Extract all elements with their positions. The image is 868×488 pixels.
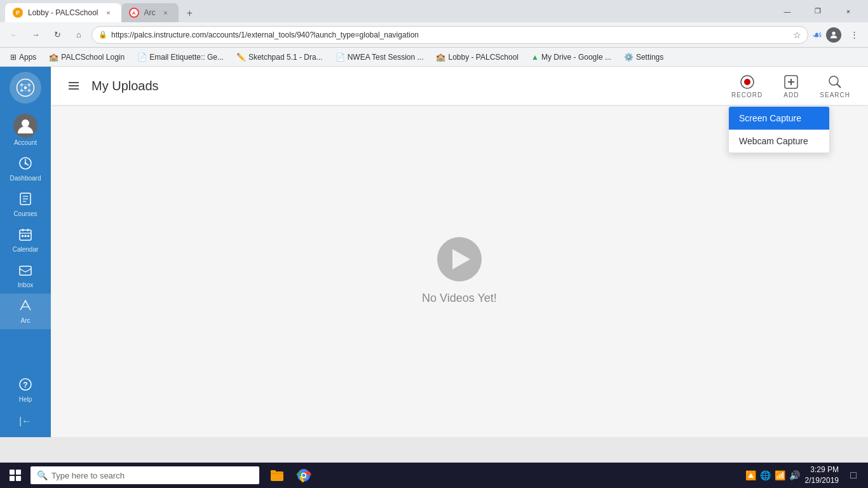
bookmark-sketchpad[interactable]: ✏️ Sketchpad 5.1 - Dra... xyxy=(231,51,328,63)
system-clock[interactable]: 3:29 PM 2/19/2019 xyxy=(805,464,839,486)
bookmark-palcschool-label: PALCSchool Login xyxy=(61,53,125,62)
palcschool-icon: 🏫 xyxy=(49,53,58,62)
screen-capture-option[interactable]: Screen Capture xyxy=(729,107,829,130)
svg-point-37 xyxy=(829,76,838,85)
browser-profile-icon[interactable] xyxy=(826,27,841,43)
taskbar-app-chrome[interactable] xyxy=(291,463,316,488)
svg-line-38 xyxy=(837,84,841,88)
search-icon xyxy=(827,74,843,90)
maximize-button[interactable]: ❐ xyxy=(803,0,832,22)
back-button[interactable]: ← xyxy=(5,26,23,44)
close-button[interactable]: × xyxy=(834,0,863,22)
account-avatar xyxy=(13,114,37,138)
bookmark-settings[interactable]: ⚙️ Settings xyxy=(619,51,668,63)
lock-icon: 🔒 xyxy=(98,30,107,39)
bookmark-apps[interactable]: ⊞ Apps xyxy=(5,51,41,63)
clock-time: 3:29 PM xyxy=(805,464,839,475)
bookmark-apps-label: Apps xyxy=(19,53,36,62)
sidebar-item-arc[interactable]: Arc xyxy=(0,294,51,329)
taskbar-search-text: Type here to search xyxy=(51,471,125,480)
sidebar-item-help[interactable]: ? Help xyxy=(0,372,51,408)
webcam-capture-option[interactable]: Webcam Capture xyxy=(729,130,829,152)
tab-lobby[interactable]: P Lobby - PALCSchool × xyxy=(5,3,121,22)
notification-button[interactable]: □ xyxy=(844,466,863,485)
home-button[interactable]: ⌂ xyxy=(70,26,88,44)
browser-tabs: P Lobby - PALCSchool × A Arc × + xyxy=(5,0,773,22)
tab-arc[interactable]: A Arc × xyxy=(121,3,179,22)
settings-bm-icon: ⚙️ xyxy=(624,53,634,62)
add-dropdown-menu: Screen Capture Webcam Capture xyxy=(728,106,830,153)
clock-date: 2/19/2019 xyxy=(805,475,839,486)
svg-point-44 xyxy=(302,474,306,477)
tab-favicon-lobby: P xyxy=(13,8,23,18)
app-container: Account Dashboard xyxy=(0,67,868,437)
bookmark-email-label: Email Etiquette:: Ge... xyxy=(149,53,224,62)
canvas-sidebar: Account Dashboard xyxy=(0,67,51,437)
hamburger-menu-button[interactable] xyxy=(64,76,84,96)
play-button[interactable] xyxy=(437,237,482,281)
svg-point-6 xyxy=(24,86,27,90)
bookmark-nwea[interactable]: 📄 NWEA Test Session ... xyxy=(330,51,429,63)
canvas-logo[interactable] xyxy=(10,72,41,104)
sidebar-dashboard-label: Dashboard xyxy=(10,175,41,182)
address-bar[interactable]: 🔒 https://palcs.instructure.com/accounts… xyxy=(92,26,808,44)
sidebar-arc-label: Arc xyxy=(21,317,31,324)
sidebar-bottom: ? Help |← xyxy=(0,372,51,432)
bookmark-email[interactable]: 📄 Email Etiquette:: Ge... xyxy=(132,51,229,63)
tray-network-icon[interactable]: 🌐 xyxy=(760,470,771,480)
sidebar-item-dashboard[interactable]: Dashboard xyxy=(0,151,51,187)
dashboard-icon xyxy=(18,156,32,173)
address-text: https://palcs.instructure.com/accounts/1… xyxy=(111,30,789,39)
new-tab-button[interactable]: + xyxy=(181,4,199,22)
minimize-button[interactable]: — xyxy=(773,0,802,22)
svg-rect-40 xyxy=(271,470,276,473)
forward-button[interactable]: → xyxy=(27,26,44,44)
taskbar-search[interactable]: 🔍 Type here to search xyxy=(31,466,259,484)
tray-arrow-icon[interactable]: 🔼 xyxy=(745,470,756,480)
sidebar-collapse-button[interactable]: |← xyxy=(0,410,51,432)
sidebar-item-inbox[interactable]: Inbox xyxy=(0,258,51,294)
tab-close-lobby[interactable]: × xyxy=(104,8,114,18)
tab-close-arc[interactable]: × xyxy=(161,8,171,18)
bookmark-nwea-label: NWEA Test Session ... xyxy=(348,53,424,62)
start-button[interactable] xyxy=(0,463,31,488)
svg-rect-25 xyxy=(20,266,31,275)
sidebar-help-label: Help xyxy=(19,396,32,403)
file-explorer-icon xyxy=(269,468,285,483)
bookmark-palcschool[interactable]: 🏫 PALCSchool Login xyxy=(44,51,130,63)
window-controls: — ❐ × xyxy=(773,0,863,22)
add-icon xyxy=(783,74,799,90)
tray-wifi-icon[interactable]: 📶 xyxy=(775,470,785,480)
play-triangle-icon xyxy=(452,249,470,269)
bookmarks-bar: ⊞ Apps 🏫 PALCSchool Login 📄 Email Etique… xyxy=(0,48,868,67)
record-button[interactable]: RECORD xyxy=(726,71,768,101)
svg-rect-23 xyxy=(25,235,27,237)
translate-icon[interactable]: ☙ xyxy=(812,28,822,42)
sidebar-item-courses[interactable]: Courses xyxy=(0,187,51,222)
arc-icon xyxy=(18,299,32,316)
arc-main: My Uploads RECORD A xyxy=(51,67,868,437)
add-button[interactable]: ADD xyxy=(778,71,804,101)
taskbar-app-file-explorer[interactable] xyxy=(264,463,290,488)
refresh-button[interactable]: ↻ xyxy=(48,26,66,44)
record-icon xyxy=(739,74,756,90)
sidebar-item-calendar[interactable]: Calendar xyxy=(0,222,51,258)
search-button[interactable]: SEARCH xyxy=(815,71,855,101)
browser-menu-button[interactable]: ⋮ xyxy=(845,26,863,44)
svg-point-11 xyxy=(22,119,29,127)
nwea-icon: 📄 xyxy=(336,53,345,62)
bookmark-mydrive-label: My Drive - Google ... xyxy=(541,53,611,62)
bookmark-lobby[interactable]: 🏫 Lobby - PALCSchool xyxy=(431,51,524,63)
tray-volume-icon[interactable]: 🔊 xyxy=(789,470,800,480)
svg-rect-24 xyxy=(27,235,29,237)
bookmark-star-icon[interactable]: ☆ xyxy=(793,30,801,40)
courses-icon xyxy=(18,192,32,209)
search-label: SEARCH xyxy=(820,92,850,98)
help-icon: ? xyxy=(18,377,32,395)
bookmark-lobby-label: Lobby - PALCSchool xyxy=(448,53,519,62)
arc-content: No Videos Yet! xyxy=(51,105,868,437)
header-actions: RECORD ADD SEARCH xyxy=(726,71,855,101)
sidebar-item-account[interactable]: Account xyxy=(0,109,51,151)
svg-point-33 xyxy=(744,79,750,85)
bookmark-mydrive[interactable]: ▲ My Drive - Google ... xyxy=(526,51,616,63)
